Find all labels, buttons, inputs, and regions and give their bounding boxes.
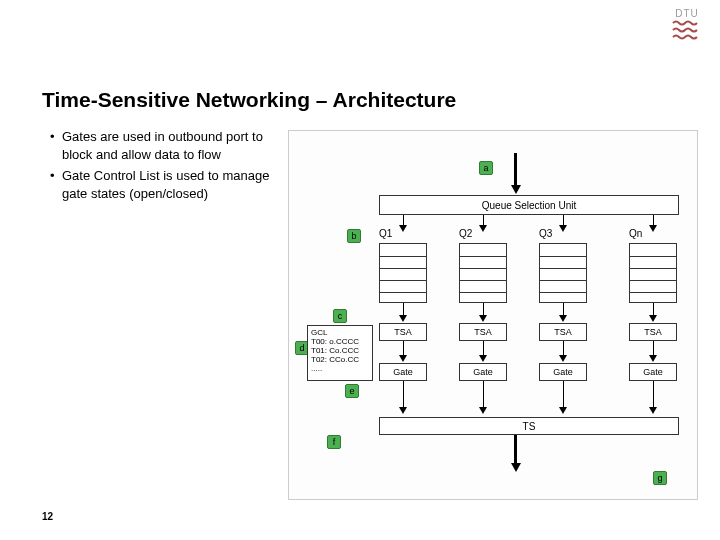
queue-label: Q2 <box>459 228 472 239</box>
tsa-box: TSA <box>379 323 427 341</box>
gate-box: Gate <box>539 363 587 381</box>
gcl-row: T01: Co.CCC <box>311 346 369 355</box>
queue-label: Qn <box>629 228 642 239</box>
arrow-down-icon <box>399 407 407 414</box>
arrow-line <box>483 341 484 355</box>
gcl-row: T00: o.CCCC <box>311 337 369 346</box>
architecture-diagram: a Queue Selection Unit b Q1 TSA Gate Q2 … <box>288 130 698 500</box>
bullet-item: Gate Control List is used to manage gate… <box>50 167 280 202</box>
arrow-down-icon <box>559 225 567 232</box>
tsa-box: TSA <box>629 323 677 341</box>
arrow-line <box>403 381 404 407</box>
arrow-line <box>403 303 404 315</box>
slide-title: Time-Sensitive Networking – Architecture <box>42 88 456 112</box>
arrow-line <box>403 341 404 355</box>
arrow-down-icon <box>399 355 407 362</box>
arrow-down-icon <box>559 355 567 362</box>
arrow-down-icon <box>649 315 657 322</box>
arrow-line <box>653 215 654 225</box>
gate-box: Gate <box>459 363 507 381</box>
arrow-down-icon <box>511 463 521 472</box>
marker-e: e <box>345 384 359 398</box>
arrow-down-icon <box>399 315 407 322</box>
arrow-down-icon <box>649 225 657 232</box>
tsa-box: TSA <box>459 323 507 341</box>
arrow-down-icon <box>399 225 407 232</box>
arrow-line <box>483 381 484 407</box>
arrow-down-icon <box>559 407 567 414</box>
arrow-down-icon <box>649 407 657 414</box>
tsa-box: TSA <box>539 323 587 341</box>
arrow-line <box>514 153 517 185</box>
arrow-down-icon <box>479 315 487 322</box>
logo-text: DTU <box>672 8 702 19</box>
queue-box <box>629 243 677 303</box>
marker-c: c <box>333 309 347 323</box>
marker-f: f <box>327 435 341 449</box>
dtu-logo: DTU <box>672 8 702 41</box>
arrow-line <box>653 303 654 315</box>
arrow-line <box>563 381 564 407</box>
arrow-down-icon <box>649 355 657 362</box>
arrow-line <box>563 303 564 315</box>
arrow-down-icon <box>479 225 487 232</box>
arrow-line <box>563 215 564 225</box>
arrow-line <box>563 341 564 355</box>
arrow-line <box>514 435 517 463</box>
arrow-line <box>653 341 654 355</box>
arrow-line <box>653 381 654 407</box>
arrow-line <box>483 215 484 225</box>
marker-a: a <box>479 161 493 175</box>
gcl-box: GCL T00: o.CCCC T01: Co.CCC T02: CCo.CC … <box>307 325 373 381</box>
bullet-list: Gates are used in outbound port to block… <box>50 128 280 206</box>
bullet-item: Gates are used in outbound port to block… <box>50 128 280 163</box>
arrow-down-icon <box>479 355 487 362</box>
arrow-down-icon <box>511 185 521 194</box>
arrow-line <box>403 215 404 225</box>
gcl-row: ..... <box>311 364 369 373</box>
marker-b: b <box>347 229 361 243</box>
ts-box: TS <box>379 417 679 435</box>
arrow-down-icon <box>479 407 487 414</box>
queue-selection-unit: Queue Selection Unit <box>379 195 679 215</box>
queue-label: Q1 <box>379 228 392 239</box>
gcl-title: GCL <box>311 328 369 337</box>
logo-waves-icon <box>672 19 702 41</box>
page-number: 12 <box>42 511 53 522</box>
marker-g: g <box>653 471 667 485</box>
arrow-line <box>483 303 484 315</box>
queue-box <box>379 243 427 303</box>
gcl-row: T02: CCo.CC <box>311 355 369 364</box>
gate-box: Gate <box>379 363 427 381</box>
queue-label: Q3 <box>539 228 552 239</box>
gate-box: Gate <box>629 363 677 381</box>
arrow-down-icon <box>559 315 567 322</box>
queue-box <box>459 243 507 303</box>
queue-box <box>539 243 587 303</box>
